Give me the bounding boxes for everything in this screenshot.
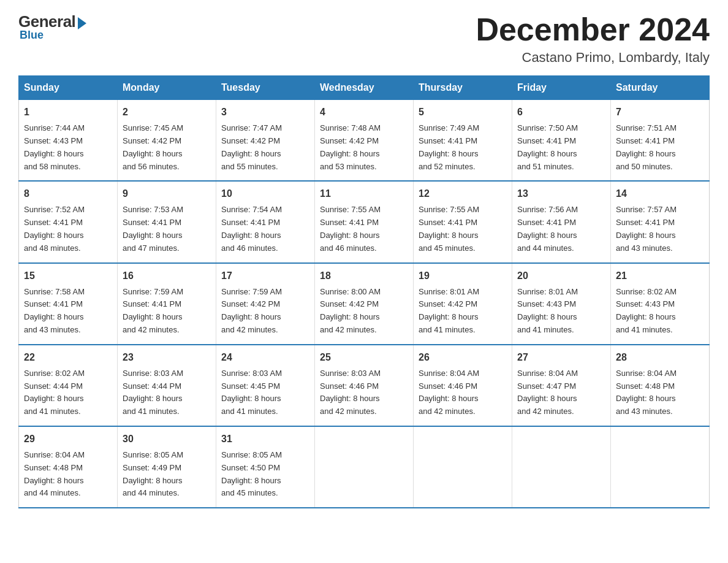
day-cell: 17Sunrise: 7:59 AMSunset: 4:42 PMDayligh… — [216, 263, 315, 345]
day-cell: 22Sunrise: 8:02 AMSunset: 4:44 PMDayligh… — [19, 345, 118, 426]
day-info: Sunrise: 8:03 AMSunset: 4:44 PMDaylight:… — [123, 367, 211, 418]
day-number: 20 — [517, 269, 605, 283]
day-number: 24 — [221, 350, 309, 365]
header-row: SundayMondayTuesdayWednesdayThursdayFrid… — [19, 76, 710, 100]
day-info: Sunrise: 8:00 AMSunset: 4:42 PMDaylight:… — [320, 286, 408, 337]
calendar-header: SundayMondayTuesdayWednesdayThursdayFrid… — [19, 76, 710, 100]
day-number: 23 — [123, 350, 211, 365]
day-cell: 26Sunrise: 8:04 AMSunset: 4:46 PMDayligh… — [414, 345, 512, 426]
day-number: 4 — [320, 105, 408, 120]
day-cell: 14Sunrise: 7:57 AMSunset: 4:41 PMDayligh… — [611, 181, 710, 262]
calendar-title: December 2024 — [476, 12, 710, 47]
day-info: Sunrise: 8:04 AMSunset: 4:47 PMDaylight:… — [517, 367, 605, 418]
day-cell — [315, 426, 414, 508]
header-cell-tuesday: Tuesday — [216, 76, 315, 100]
day-info: Sunrise: 8:05 AMSunset: 4:50 PMDaylight:… — [221, 449, 309, 500]
header-cell-friday: Friday — [512, 76, 611, 100]
day-cell: 27Sunrise: 8:04 AMSunset: 4:47 PMDayligh… — [512, 345, 611, 426]
day-cell: 13Sunrise: 7:56 AMSunset: 4:41 PMDayligh… — [512, 181, 611, 262]
day-number: 21 — [616, 269, 704, 283]
day-cell: 20Sunrise: 8:01 AMSunset: 4:43 PMDayligh… — [512, 263, 611, 345]
week-row-4: 22Sunrise: 8:02 AMSunset: 4:44 PMDayligh… — [19, 345, 710, 426]
day-number: 30 — [123, 432, 211, 446]
day-cell: 18Sunrise: 8:00 AMSunset: 4:42 PMDayligh… — [315, 263, 414, 345]
header-cell-thursday: Thursday — [414, 76, 512, 100]
day-number: 26 — [419, 350, 507, 365]
day-number: 9 — [123, 186, 211, 201]
day-cell: 2Sunrise: 7:45 AMSunset: 4:42 PMDaylight… — [118, 100, 216, 182]
day-number: 13 — [517, 186, 605, 201]
day-info: Sunrise: 7:59 AMSunset: 4:41 PMDaylight:… — [123, 286, 211, 337]
day-number: 6 — [517, 105, 605, 120]
day-info: Sunrise: 8:03 AMSunset: 4:46 PMDaylight:… — [320, 367, 408, 418]
day-info: Sunrise: 7:51 AMSunset: 4:41 PMDaylight:… — [616, 122, 704, 173]
day-cell: 12Sunrise: 7:55 AMSunset: 4:41 PMDayligh… — [414, 181, 512, 262]
day-cell: 6Sunrise: 7:50 AMSunset: 4:41 PMDaylight… — [512, 100, 611, 182]
day-number: 29 — [24, 432, 112, 446]
day-cell: 7Sunrise: 7:51 AMSunset: 4:41 PMDaylight… — [611, 100, 710, 182]
day-info: Sunrise: 7:49 AMSunset: 4:41 PMDaylight:… — [419, 122, 507, 173]
day-number: 2 — [123, 105, 211, 120]
day-cell: 29Sunrise: 8:04 AMSunset: 4:48 PMDayligh… — [19, 426, 118, 508]
day-cell — [512, 426, 611, 508]
day-info: Sunrise: 7:59 AMSunset: 4:42 PMDaylight:… — [221, 286, 309, 337]
day-info: Sunrise: 8:01 AMSunset: 4:42 PMDaylight:… — [419, 286, 507, 337]
day-info: Sunrise: 8:04 AMSunset: 4:48 PMDaylight:… — [24, 449, 112, 500]
week-row-3: 15Sunrise: 7:58 AMSunset: 4:41 PMDayligh… — [19, 263, 710, 345]
day-cell: 30Sunrise: 8:05 AMSunset: 4:49 PMDayligh… — [118, 426, 216, 508]
day-cell: 23Sunrise: 8:03 AMSunset: 4:44 PMDayligh… — [118, 345, 216, 426]
day-cell: 28Sunrise: 8:04 AMSunset: 4:48 PMDayligh… — [611, 345, 710, 426]
day-number: 16 — [123, 269, 211, 283]
day-number: 12 — [419, 186, 507, 201]
day-number: 1 — [24, 105, 112, 120]
day-number: 10 — [221, 186, 309, 201]
day-number: 18 — [320, 269, 408, 283]
day-number: 19 — [419, 269, 507, 283]
day-cell: 11Sunrise: 7:55 AMSunset: 4:41 PMDayligh… — [315, 181, 414, 262]
day-info: Sunrise: 7:58 AMSunset: 4:41 PMDaylight:… — [24, 286, 112, 337]
day-number: 15 — [24, 269, 112, 283]
day-number: 8 — [24, 186, 112, 201]
day-number: 7 — [616, 105, 704, 120]
day-info: Sunrise: 7:53 AMSunset: 4:41 PMDaylight:… — [123, 204, 211, 255]
day-number: 17 — [221, 269, 309, 283]
day-info: Sunrise: 7:57 AMSunset: 4:41 PMDaylight:… — [616, 204, 704, 255]
day-cell: 15Sunrise: 7:58 AMSunset: 4:41 PMDayligh… — [19, 263, 118, 345]
calendar-subtitle: Castano Primo, Lombardy, Italy — [476, 50, 710, 66]
day-cell: 16Sunrise: 7:59 AMSunset: 4:41 PMDayligh… — [118, 263, 216, 345]
day-number: 3 — [221, 105, 309, 120]
day-info: Sunrise: 8:04 AMSunset: 4:48 PMDaylight:… — [616, 367, 704, 418]
day-cell: 10Sunrise: 7:54 AMSunset: 4:41 PMDayligh… — [216, 181, 315, 262]
day-info: Sunrise: 7:44 AMSunset: 4:43 PMDaylight:… — [24, 122, 112, 173]
header-cell-saturday: Saturday — [611, 76, 710, 100]
day-cell: 8Sunrise: 7:52 AMSunset: 4:41 PMDaylight… — [19, 181, 118, 262]
day-info: Sunrise: 8:02 AMSunset: 4:44 PMDaylight:… — [24, 367, 112, 418]
day-info: Sunrise: 8:04 AMSunset: 4:46 PMDaylight:… — [419, 367, 507, 418]
day-number: 14 — [616, 186, 704, 201]
day-cell: 31Sunrise: 8:05 AMSunset: 4:50 PMDayligh… — [216, 426, 315, 508]
calendar-body: 1Sunrise: 7:44 AMSunset: 4:43 PMDaylight… — [19, 100, 710, 508]
calendar-table: SundayMondayTuesdayWednesdayThursdayFrid… — [18, 75, 710, 508]
page-header: General Blue December 2024 Castano Primo… — [18, 12, 710, 66]
day-info: Sunrise: 8:03 AMSunset: 4:45 PMDaylight:… — [221, 367, 309, 418]
day-cell: 24Sunrise: 8:03 AMSunset: 4:45 PMDayligh… — [216, 345, 315, 426]
day-cell: 5Sunrise: 7:49 AMSunset: 4:41 PMDaylight… — [414, 100, 512, 182]
day-info: Sunrise: 7:54 AMSunset: 4:41 PMDaylight:… — [221, 204, 309, 255]
day-cell: 4Sunrise: 7:48 AMSunset: 4:42 PMDaylight… — [315, 100, 414, 182]
week-row-2: 8Sunrise: 7:52 AMSunset: 4:41 PMDaylight… — [19, 181, 710, 262]
day-number: 27 — [517, 350, 605, 365]
day-info: Sunrise: 8:05 AMSunset: 4:49 PMDaylight:… — [123, 449, 211, 500]
day-number: 31 — [221, 432, 309, 446]
day-info: Sunrise: 7:50 AMSunset: 4:41 PMDaylight:… — [517, 122, 605, 173]
day-cell: 25Sunrise: 8:03 AMSunset: 4:46 PMDayligh… — [315, 345, 414, 426]
day-cell: 21Sunrise: 8:02 AMSunset: 4:43 PMDayligh… — [611, 263, 710, 345]
logo-arrow-icon — [78, 17, 86, 29]
day-number: 25 — [320, 350, 408, 365]
day-info: Sunrise: 7:48 AMSunset: 4:42 PMDaylight:… — [320, 122, 408, 173]
day-number: 28 — [616, 350, 704, 365]
day-cell: 19Sunrise: 8:01 AMSunset: 4:42 PMDayligh… — [414, 263, 512, 345]
day-info: Sunrise: 7:52 AMSunset: 4:41 PMDaylight:… — [24, 204, 112, 255]
day-cell — [414, 426, 512, 508]
week-row-5: 29Sunrise: 8:04 AMSunset: 4:48 PMDayligh… — [19, 426, 710, 508]
day-cell: 3Sunrise: 7:47 AMSunset: 4:42 PMDaylight… — [216, 100, 315, 182]
